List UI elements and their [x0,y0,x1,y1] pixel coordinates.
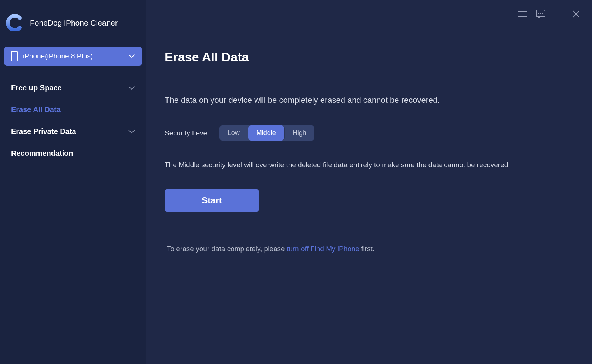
content: Erase All Data The data on your device w… [165,0,574,253]
menu-icon[interactable] [518,9,528,19]
sidebar-item-free-up-space[interactable]: Free up Space [0,77,146,99]
level-middle-button[interactable]: Middle [248,125,285,141]
sidebar-item-erase-private-data[interactable]: Erase Private Data [0,121,146,142]
level-low-button[interactable]: Low [219,125,248,141]
main-content: Erase All Data The data on your device w… [146,0,592,364]
page-title: Erase All Data [165,50,574,75]
chevron-down-icon [128,53,135,60]
minimize-icon[interactable] [554,9,563,19]
sidebar-item-label: Erase Private Data [11,127,76,136]
sidebar-item-erase-all-data[interactable]: Erase All Data [0,99,146,121]
chevron-down-icon [128,85,135,91]
hint-prefix: To erase your data completely, please [167,245,287,253]
svg-point-6 [542,13,543,14]
sidebar-item-recommendation[interactable]: Recommendation [0,142,146,164]
description-text: The data on your device will be complete… [165,95,574,105]
sidebar-item-label: Erase All Data [11,105,61,114]
level-description-text: The Middle security level will overwrite… [165,161,574,169]
hint-text: To erase your data completely, please tu… [165,245,574,253]
security-level-label: Security Level: [165,129,211,137]
security-level-row: Security Level: Low Middle High [165,125,574,141]
app-logo-icon [6,14,23,32]
security-level-group: Low Middle High [219,125,314,141]
window-controls [518,9,581,19]
nav-list: Free up Space Erase All Data Erase Priva… [0,71,146,170]
feedback-icon[interactable] [536,9,545,19]
logo-area: FoneDog iPhone Cleaner [0,3,146,47]
phone-icon [11,51,18,61]
sidebar: FoneDog iPhone Cleaner iPhone(iPhone 8 P… [0,0,146,364]
hint-suffix: first. [359,245,374,253]
start-button[interactable]: Start [165,189,259,212]
level-high-button[interactable]: High [285,125,314,141]
chevron-down-icon [128,128,135,135]
close-icon[interactable] [571,9,581,19]
device-label: iPhone(iPhone 8 Plus) [23,52,93,60]
sidebar-item-label: Free up Space [11,84,62,92]
find-my-iphone-link[interactable]: turn off Find My iPhone [287,245,359,253]
svg-point-5 [540,13,541,14]
divider [165,75,574,75]
sidebar-item-label: Recommendation [11,149,73,158]
app-title: FoneDog iPhone Cleaner [30,18,118,27]
svg-point-4 [538,13,539,14]
device-selector[interactable]: iPhone(iPhone 8 Plus) [4,47,142,66]
